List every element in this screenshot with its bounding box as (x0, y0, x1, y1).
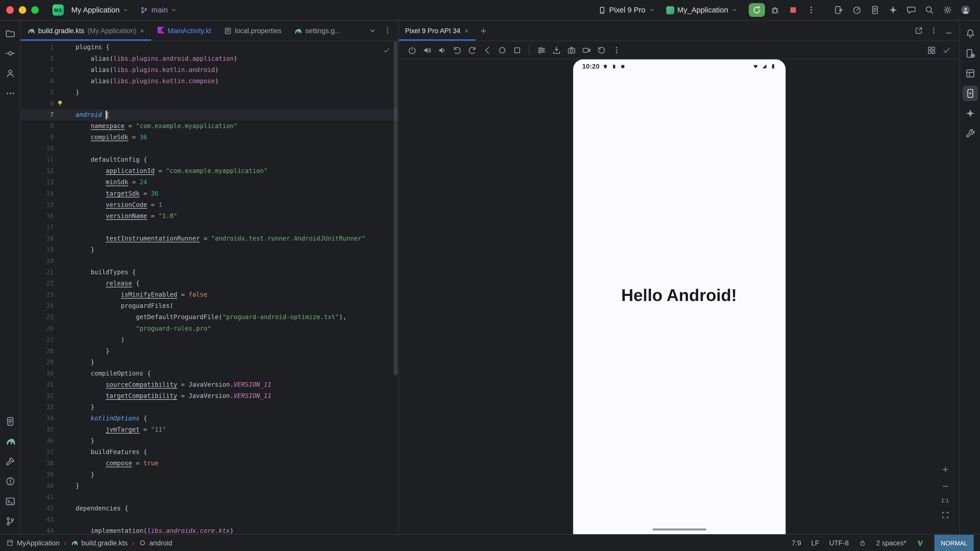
lock-icon[interactable] (859, 539, 866, 546)
line-number[interactable]: 1 (21, 42, 54, 53)
breadcrumb-android[interactable]: android (138, 539, 172, 546)
line-number[interactable]: 30 (21, 368, 54, 379)
code-line-22[interactable]: 22 release { (21, 278, 398, 289)
code-line-34[interactable]: 34 kotlinOptions { (21, 413, 398, 424)
code-line-13[interactable]: 13 minSdk = 24 (21, 177, 398, 188)
close-window-button[interactable] (6, 6, 14, 14)
line-number[interactable]: 9 (21, 132, 54, 143)
problems-icon[interactable] (2, 473, 18, 489)
code-line-27[interactable]: 27 ) (21, 334, 398, 345)
line-number[interactable]: 26 (21, 323, 54, 334)
code-line-37[interactable]: 37 buildFeatures { (21, 447, 398, 458)
code-line-40[interactable]: 40} (21, 480, 398, 492)
line-number[interactable]: 43 (21, 514, 54, 526)
code-line-43[interactable]: 43 (21, 514, 398, 526)
code-line-38[interactable]: 38 compose = true (21, 458, 398, 469)
line-number[interactable]: 32 (21, 391, 54, 402)
code-line-18[interactable]: 18 testInstrumentationRunner = "androidx… (21, 233, 398, 244)
line-number[interactable]: 23 (21, 289, 54, 300)
code-line-33[interactable]: 33 } (21, 402, 398, 413)
fullscreen-window-button[interactable] (31, 6, 38, 14)
line-number[interactable]: 31 (21, 380, 54, 391)
zoom-fit-icon[interactable] (939, 509, 951, 520)
snapshots-icon[interactable] (594, 43, 608, 57)
editor-options-icon[interactable] (380, 24, 394, 38)
editor-scrollbar[interactable] (394, 41, 398, 375)
stop-icon[interactable] (785, 3, 801, 17)
close-icon[interactable] (140, 28, 145, 33)
code-line-29[interactable]: 29 } (21, 357, 398, 368)
more-run-options-icon[interactable] (803, 3, 819, 17)
code-line-16[interactable]: 16 versionName = "1.0" (21, 210, 398, 222)
line-number[interactable]: 24 (21, 300, 54, 312)
more-device-actions-icon[interactable] (609, 43, 623, 57)
project-selector[interactable]: My Application (67, 4, 133, 16)
commit-icon[interactable] (2, 46, 18, 61)
zoom-in-button[interactable] (939, 464, 951, 475)
line-number[interactable]: 40 (21, 480, 54, 492)
code-line-12[interactable]: 12 applicationId = "com.example.myapplic… (21, 165, 398, 177)
line-number[interactable]: 14 (21, 188, 54, 199)
more-tool-windows-icon[interactable] (2, 86, 18, 101)
line-number[interactable]: 39 (21, 469, 54, 480)
code-line-4[interactable]: 4 alias(libs.plugins.kotlin.compose) (21, 76, 398, 87)
code-line-20[interactable]: 20 (21, 256, 398, 267)
code-line-1[interactable]: 1plugins { (21, 42, 398, 53)
install-apk-icon[interactable] (549, 43, 563, 57)
rerun-icon[interactable] (749, 3, 765, 17)
running-devices-icon[interactable] (962, 86, 978, 101)
vim-mode-badge[interactable]: NORMAL (935, 535, 974, 551)
code-line-19[interactable]: 19 } (21, 245, 398, 256)
run-configuration-selector[interactable]: My_Application (662, 4, 741, 16)
back-icon[interactable] (480, 43, 494, 57)
tab-local.properties[interactable]: local.properties (218, 21, 288, 41)
code-line-2[interactable]: 2 alias(libs.plugins.android.application… (21, 53, 398, 64)
line-number[interactable]: 20 (21, 256, 54, 267)
gradle-icon[interactable] (2, 433, 18, 449)
rotate-right-icon[interactable] (465, 43, 479, 57)
line-number[interactable]: 42 (21, 503, 54, 514)
line-number[interactable]: 18 (21, 233, 54, 244)
code-line-15[interactable]: 15 versionCode = 1 (21, 199, 398, 210)
line-number[interactable]: 21 (21, 267, 54, 278)
code-line-8[interactable]: 8 namespace = "com.example.myapplication… (21, 121, 398, 132)
line-number[interactable]: 13 (21, 177, 54, 188)
hidden-tabs-icon[interactable] (366, 24, 380, 38)
notifications-icon[interactable] (962, 25, 978, 41)
line-number[interactable]: 29 (21, 357, 54, 368)
line-number[interactable]: 4 (21, 76, 54, 87)
code-line-11[interactable]: 11 defaultConfig { (21, 154, 398, 165)
caret-position[interactable]: 7:9 (792, 539, 801, 546)
line-number[interactable]: 7 (21, 110, 54, 121)
device-ready-icon[interactable] (939, 43, 953, 57)
profiler-icon[interactable] (849, 3, 865, 17)
device-screen[interactable]: 10:20 Hello Android! (573, 59, 785, 534)
code-line-23[interactable]: 23 isMinifyEnabled = false (21, 289, 398, 300)
breadcrumb-build.gradle.kts[interactable]: build.gradle.kts (71, 539, 127, 546)
new-device-tab-button[interactable] (477, 24, 490, 38)
code-line-36[interactable]: 36 } (21, 435, 398, 447)
user-avatar-icon[interactable] (958, 3, 974, 17)
device-selector[interactable]: Pixel 9 Pro (594, 4, 659, 16)
code-line-28[interactable]: 28 } (21, 345, 398, 357)
code-line-26[interactable]: 26 "proguard-rules.pro" (21, 323, 398, 334)
navigation-handle[interactable] (652, 528, 706, 530)
line-number[interactable]: 37 (21, 447, 54, 458)
build-icon[interactable] (2, 454, 18, 469)
line-number[interactable]: 5 (21, 87, 54, 98)
line-number[interactable]: 38 (21, 458, 54, 469)
tab-build.gradle.kts[interactable]: build.gradle.kts (My Application) (21, 21, 151, 41)
line-number[interactable]: 10 (21, 143, 54, 154)
terminal-icon[interactable] (2, 494, 18, 509)
version-control-icon[interactable] (2, 513, 18, 529)
hide-panel-icon[interactable] (942, 24, 956, 38)
inspections-ok-icon[interactable] (383, 46, 391, 54)
breadcrumb-MyApplication[interactable]: MyApplication (6, 539, 59, 546)
indent-style[interactable]: 2 spaces* (876, 539, 906, 546)
project-icon[interactable] (2, 25, 18, 41)
line-number[interactable]: 27 (21, 334, 54, 345)
line-number[interactable]: 17 (21, 222, 54, 233)
line-number[interactable]: 41 (21, 492, 54, 503)
device-mirroring-icon[interactable] (831, 3, 847, 17)
debug-icon[interactable] (767, 3, 783, 17)
